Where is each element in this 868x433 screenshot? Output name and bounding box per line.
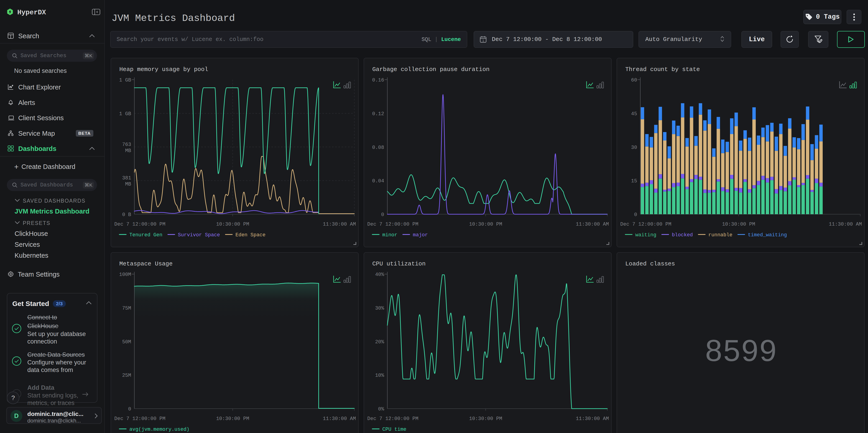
svg-text:Team Settings: Team Settings — [18, 271, 60, 278]
svg-text:11:30:00 AM: 11:30:00 AM — [576, 221, 609, 227]
svg-text:10%: 10% — [375, 373, 384, 378]
svg-text:Dec 7 12:00:00 PM: Dec 7 12:00:00 PM — [367, 416, 418, 422]
svg-text:0%: 0% — [378, 406, 384, 412]
svg-text:0: 0 — [128, 406, 131, 412]
svg-text:11:30:00 AM: 11:30:00 AM — [829, 221, 862, 227]
svg-text:Chart Explorer: Chart Explorer — [18, 84, 61, 91]
svg-text:Garbage collection pause durat: Garbage collection pause duration — [372, 66, 490, 73]
svg-text:0.08: 0.08 — [372, 145, 384, 151]
svg-text:Dec 7 12:00:00 PM: Dec 7 12:00:00 PM — [114, 221, 165, 227]
svg-text:Search: Search — [18, 32, 39, 40]
svg-text:MB: MB — [125, 148, 131, 154]
svg-text:75M: 75M — [122, 306, 131, 311]
svg-text:40%: 40% — [375, 272, 384, 278]
svg-text:Alerts: Alerts — [18, 99, 35, 106]
svg-text:ClickHouse: ClickHouse — [14, 230, 48, 237]
svg-text:Services: Services — [14, 241, 40, 248]
svg-text:PRESETS: PRESETS — [23, 220, 50, 226]
svg-text:0: 0 — [381, 212, 384, 218]
svg-text:Loaded classes: Loaded classes — [625, 260, 675, 267]
svg-text:10:30:00 PM: 10:30:00 PM — [216, 416, 249, 422]
svg-text:15: 15 — [631, 178, 637, 184]
svg-text:1: 1 — [482, 39, 484, 42]
svg-text:blocked: blocked — [672, 232, 693, 238]
svg-text:Dashboards: Dashboards — [18, 145, 57, 152]
svg-text:Client Sessions: Client Sessions — [18, 114, 64, 122]
svg-text:Thread count by state: Thread count by state — [625, 66, 700, 73]
svg-text:minor: minor — [382, 232, 397, 238]
svg-text:No saved searches: No saved searches — [14, 67, 67, 74]
svg-text:Dec 7 12:00:00 PM: Dec 7 12:00:00 PM — [620, 221, 671, 227]
svg-text:Dec 7 12:00:00 PM: Dec 7 12:00:00 PM — [367, 221, 418, 227]
svg-text:SAVED DASHBOARDS: SAVED DASHBOARDS — [23, 198, 86, 204]
svg-text:20%: 20% — [375, 339, 384, 345]
svg-text:waiting: waiting — [635, 232, 656, 238]
svg-text:0.04: 0.04 — [372, 178, 384, 184]
svg-text:8599: 8599 — [705, 334, 778, 367]
svg-text:0: 0 — [634, 212, 637, 218]
svg-text:25M: 25M — [122, 373, 131, 378]
svg-text:Metaspace Usage: Metaspace Usage — [119, 260, 173, 267]
svg-text:11:30:00 AM: 11:30:00 AM — [576, 416, 609, 422]
svg-text:major: major — [413, 232, 428, 238]
svg-text:runnable: runnable — [708, 232, 733, 238]
svg-text:10:30:00 PM: 10:30:00 PM — [469, 416, 502, 422]
svg-text:45: 45 — [631, 111, 637, 117]
svg-text:CPU utilization: CPU utilization — [372, 260, 426, 267]
svg-text:HyperDX: HyperDX — [17, 9, 46, 17]
svg-text:0.16: 0.16 — [372, 78, 384, 83]
svg-text:60: 60 — [631, 78, 637, 83]
svg-text:10:30:00 PM: 10:30:00 PM — [469, 221, 502, 227]
svg-text:50M: 50M — [122, 339, 131, 345]
svg-text:1 GB: 1 GB — [119, 78, 131, 83]
svg-text:CPU time: CPU time — [382, 427, 406, 432]
svg-text:11:30:00 AM: 11:30:00 AM — [323, 416, 356, 422]
svg-text:Heap memory usage by pool: Heap memory usage by pool — [119, 66, 208, 73]
svg-text:Eden Space: Eden Space — [236, 232, 266, 238]
svg-text:avg(jvm.memory.used): avg(jvm.memory.used) — [129, 427, 189, 432]
svg-text:100M: 100M — [119, 272, 131, 278]
svg-text:Tenured Gen: Tenured Gen — [129, 232, 162, 238]
svg-text:10:30:00 PM: 10:30:00 PM — [216, 221, 249, 227]
svg-text:BETA: BETA — [78, 131, 91, 136]
svg-text:381: 381 — [122, 175, 131, 181]
svg-text:Survivor Space: Survivor Space — [178, 232, 220, 238]
svg-text:0.12: 0.12 — [372, 111, 384, 117]
svg-text:10:30:00 PM: 10:30:00 PM — [722, 221, 755, 227]
svg-text:+: + — [14, 162, 19, 171]
svg-text:30%: 30% — [375, 306, 384, 311]
svg-text:JVM Metrics Dashboard: JVM Metrics Dashboard — [14, 208, 90, 215]
svg-text:763: 763 — [122, 142, 131, 148]
svg-text:1 GB: 1 GB — [119, 111, 131, 117]
svg-text:Service Map: Service Map — [18, 130, 55, 137]
svg-text:timed_waiting: timed_waiting — [748, 232, 787, 238]
svg-text:Create Dashboard: Create Dashboard — [22, 163, 75, 170]
svg-text:30: 30 — [631, 145, 637, 151]
svg-text:Dec 7 12:00:00 PM: Dec 7 12:00:00 PM — [114, 416, 165, 422]
svg-text:11:30:00 AM: 11:30:00 AM — [323, 221, 356, 227]
svg-text:0 B: 0 B — [122, 212, 131, 218]
svg-text:Kubernetes: Kubernetes — [14, 252, 48, 259]
svg-text:MB: MB — [125, 181, 131, 187]
